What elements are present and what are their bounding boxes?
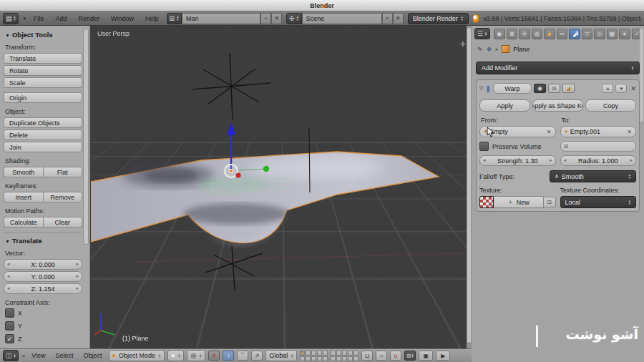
manipulator-rotate-button[interactable]: ⌒ xyxy=(237,351,248,361)
node-icon[interactable]: ❖ xyxy=(487,46,492,53)
increment-icon[interactable]: ▸ xyxy=(550,157,552,163)
clear-paths-button[interactable]: Clear xyxy=(43,217,83,228)
falloff-type-dropdown[interactable]: ∧ Smooth ▲▼ xyxy=(550,170,636,182)
increment-icon[interactable]: ▸ xyxy=(630,157,633,163)
texture-link-button[interactable]: ⊡ xyxy=(544,197,556,207)
manipulator-translate-button[interactable]: ↑ xyxy=(223,351,234,361)
move-modifier-down-button[interactable]: ▼ xyxy=(615,84,627,93)
pivot-point-dropdown[interactable]: ◎ ▲▼ xyxy=(187,350,205,361)
tab-render-layers[interactable]: ≣ xyxy=(507,29,518,39)
expand-triangle-icon[interactable]: ▽ xyxy=(479,86,483,92)
tab-constraints[interactable]: ∞ xyxy=(557,29,568,39)
scale-button[interactable]: Scale xyxy=(4,77,82,88)
delete-screen-button[interactable]: ✕ xyxy=(271,13,282,24)
add-screen-button[interactable]: + xyxy=(260,13,271,24)
menu-object[interactable]: Object xyxy=(80,352,106,359)
manipulator-scale-button[interactable]: ↗ xyxy=(251,351,263,361)
scene-browse-button[interactable]: ✣ ▲▼ xyxy=(286,13,302,24)
vector-y-field[interactable]: ◂Y: 0.000▸ xyxy=(4,271,82,282)
properties-region-toggle-icon[interactable]: ✛ xyxy=(460,40,466,48)
modifier-name-field[interactable]: Warp xyxy=(493,83,532,94)
tab-texture[interactable]: ▦ xyxy=(607,29,618,39)
decrement-icon[interactable]: ◂ xyxy=(564,157,567,163)
render-visibility-toggle[interactable]: ◉ xyxy=(534,84,546,93)
add-scene-button[interactable]: + xyxy=(382,13,393,24)
tab-world[interactable]: ◍ xyxy=(532,29,543,39)
clear-icon[interactable]: ✕ xyxy=(547,129,552,135)
viewport-shading-dropdown[interactable]: ● ▲▼ xyxy=(167,350,184,361)
vector-x-field[interactable]: ◂X: 0.000▸ xyxy=(4,259,82,270)
collapse-menus-icon[interactable]: = xyxy=(21,353,25,359)
editor-type-button-3dview[interactable]: ◫ ▲▼ xyxy=(3,350,19,361)
increment-icon[interactable]: ▸ xyxy=(76,273,79,279)
preserve-volume-checkbox[interactable] xyxy=(479,142,489,151)
rotate-button[interactable]: Rotate xyxy=(4,65,82,76)
texture-browse-button[interactable]: ▲▼ xyxy=(479,196,494,208)
menu-window[interactable]: Window xyxy=(107,15,137,22)
clear-icon[interactable]: ✕ xyxy=(627,129,632,135)
vertex-group-field[interactable]: ⊞ xyxy=(560,141,637,152)
editor-type-button-properties[interactable]: ☰ ▲▼ xyxy=(474,28,490,39)
increment-icon[interactable]: ▸ xyxy=(76,261,79,267)
editmode-visibility-toggle[interactable]: ◢ xyxy=(562,84,575,93)
insert-keyframe-button[interactable]: Insert xyxy=(4,192,43,202)
editor-type-button-info[interactable]: ▤ ▲▼ xyxy=(3,13,19,24)
tab-modifiers[interactable] xyxy=(569,29,580,39)
menu-help[interactable]: Help xyxy=(142,15,162,22)
viewport-visibility-toggle[interactable]: ⊙ xyxy=(548,84,560,93)
layer-grid-1[interactable] xyxy=(300,351,328,361)
collapse-menus-icon[interactable]: ▾ xyxy=(23,16,26,21)
move-modifier-up-button[interactable]: ▲ xyxy=(602,84,613,93)
manipulator-toggle-button[interactable]: ✛ xyxy=(208,351,220,361)
snap-toggle-button[interactable]: ∪ xyxy=(390,351,401,361)
radius-field[interactable]: ◂Radius: 1.000▸ xyxy=(560,155,637,166)
tab-render[interactable]: ◉ xyxy=(494,29,505,39)
increment-icon[interactable]: ▸ xyxy=(76,285,79,291)
render-opengl-anim-button[interactable]: ▶ xyxy=(436,351,450,361)
scene-name-field[interactable]: Scene xyxy=(302,13,382,24)
delete-button[interactable]: Delete xyxy=(4,129,82,140)
panel-header-object-tools[interactable]: ▼Object Tools xyxy=(5,31,82,39)
origin-button[interactable]: Origin xyxy=(4,92,82,103)
texture-new-button[interactable]: ＋New xyxy=(494,196,544,208)
apply-button[interactable]: Apply xyxy=(479,99,530,112)
manipulator-z-arrowhead[interactable] xyxy=(227,122,235,135)
snap-element-dropdown[interactable]: ⊞▲▼ xyxy=(404,351,416,361)
delete-modifier-icon[interactable]: ✕ xyxy=(630,85,636,92)
axis-y-checkbox[interactable] xyxy=(5,321,14,331)
remove-keyframe-button[interactable]: Remove xyxy=(43,192,83,202)
delete-scene-button[interactable]: ✕ xyxy=(393,13,404,24)
screen-layout-browse-button[interactable]: ⊞ ▲▼ xyxy=(167,13,182,24)
join-button[interactable]: Join xyxy=(4,142,82,152)
duplicate-objects-button[interactable]: Duplicate Objects xyxy=(4,117,82,128)
axis-x-checkbox[interactable] xyxy=(5,308,14,318)
apply-as-shapekey-button[interactable]: Apply as Shape Ke xyxy=(532,99,583,112)
layer-grid-2[interactable] xyxy=(331,351,358,361)
decrement-icon[interactable]: ◂ xyxy=(7,261,10,267)
translate-button[interactable]: Translate xyxy=(4,53,82,64)
decrement-icon[interactable]: ◂ xyxy=(7,285,10,291)
breadcrumb-object-name[interactable]: Plane xyxy=(513,46,530,53)
properties-scrollbar-right[interactable] xyxy=(640,29,643,122)
empty-object-top[interactable] xyxy=(192,53,270,120)
add-modifier-dropdown[interactable]: Add Modifier ▲▼ xyxy=(476,62,640,74)
tab-scene[interactable]: ✣ xyxy=(519,29,530,39)
tab-object[interactable]: ■ xyxy=(544,29,555,39)
menu-render[interactable]: Render xyxy=(75,15,104,22)
menu-select[interactable]: Select xyxy=(52,352,77,359)
copy-button[interactable]: Copy xyxy=(585,99,636,112)
tab-material[interactable]: ◎ xyxy=(594,29,605,39)
to-object-field[interactable]: + Empty.001 ✕ xyxy=(560,126,637,137)
screen-layout-name-field[interactable]: Man xyxy=(182,13,260,24)
calculate-paths-button[interactable]: Calculate xyxy=(4,217,43,228)
smooth-button[interactable]: Smooth xyxy=(4,167,43,177)
properties-scrollbar-left[interactable] xyxy=(467,26,472,348)
menu-add[interactable]: Add xyxy=(52,15,71,22)
plane-object[interactable] xyxy=(91,152,439,245)
render-opengl-button[interactable]: ▣ xyxy=(419,351,433,361)
manipulator-x-handle[interactable] xyxy=(235,172,240,177)
render-engine-dropdown[interactable]: Blender Render ▲▼ xyxy=(408,13,469,24)
menu-view[interactable]: View xyxy=(28,352,49,359)
panel-header-translate[interactable]: ▼Translate xyxy=(5,237,82,245)
transform-orientation-dropdown[interactable]: Global ▲▼ xyxy=(265,350,297,361)
